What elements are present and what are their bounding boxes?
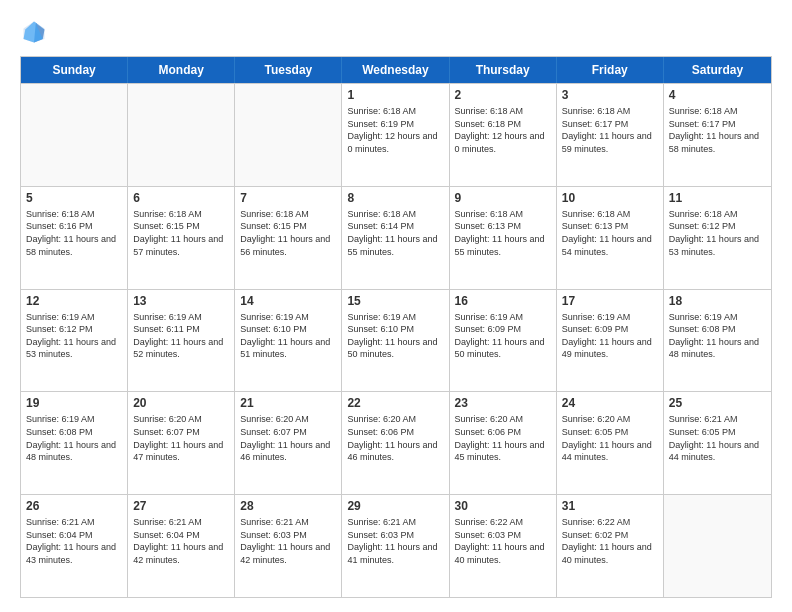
cal-day-11: 11Sunrise: 6:18 AM Sunset: 6:12 PM Dayli… xyxy=(664,187,771,289)
cell-info: Sunrise: 6:20 AM Sunset: 6:05 PM Dayligh… xyxy=(562,413,658,463)
cal-day-25: 25Sunrise: 6:21 AM Sunset: 6:05 PM Dayli… xyxy=(664,392,771,494)
cal-day-20: 20Sunrise: 6:20 AM Sunset: 6:07 PM Dayli… xyxy=(128,392,235,494)
cal-day-5: 5Sunrise: 6:18 AM Sunset: 6:16 PM Daylig… xyxy=(21,187,128,289)
cell-info: Sunrise: 6:21 AM Sunset: 6:05 PM Dayligh… xyxy=(669,413,766,463)
cal-day-10: 10Sunrise: 6:18 AM Sunset: 6:13 PM Dayli… xyxy=(557,187,664,289)
header-cell-tuesday: Tuesday xyxy=(235,57,342,83)
header-cell-monday: Monday xyxy=(128,57,235,83)
cal-day-22: 22Sunrise: 6:20 AM Sunset: 6:06 PM Dayli… xyxy=(342,392,449,494)
cal-empty-0-2 xyxy=(235,84,342,186)
header-cell-thursday: Thursday xyxy=(450,57,557,83)
day-number: 24 xyxy=(562,396,658,410)
day-number: 21 xyxy=(240,396,336,410)
day-number: 9 xyxy=(455,191,551,205)
cal-week-2: 5Sunrise: 6:18 AM Sunset: 6:16 PM Daylig… xyxy=(21,186,771,289)
logo xyxy=(20,18,52,46)
cell-info: Sunrise: 6:19 AM Sunset: 6:10 PM Dayligh… xyxy=(240,311,336,361)
day-number: 15 xyxy=(347,294,443,308)
cell-info: Sunrise: 6:18 AM Sunset: 6:14 PM Dayligh… xyxy=(347,208,443,258)
cell-info: Sunrise: 6:21 AM Sunset: 6:03 PM Dayligh… xyxy=(347,516,443,566)
day-number: 17 xyxy=(562,294,658,308)
day-number: 8 xyxy=(347,191,443,205)
cal-day-26: 26Sunrise: 6:21 AM Sunset: 6:04 PM Dayli… xyxy=(21,495,128,597)
cal-day-28: 28Sunrise: 6:21 AM Sunset: 6:03 PM Dayli… xyxy=(235,495,342,597)
cell-info: Sunrise: 6:18 AM Sunset: 6:15 PM Dayligh… xyxy=(133,208,229,258)
cal-empty-0-0 xyxy=(21,84,128,186)
header-cell-friday: Friday xyxy=(557,57,664,83)
day-number: 3 xyxy=(562,88,658,102)
cal-day-9: 9Sunrise: 6:18 AM Sunset: 6:13 PM Daylig… xyxy=(450,187,557,289)
cal-week-3: 12Sunrise: 6:19 AM Sunset: 6:12 PM Dayli… xyxy=(21,289,771,392)
cell-info: Sunrise: 6:19 AM Sunset: 6:12 PM Dayligh… xyxy=(26,311,122,361)
day-number: 29 xyxy=(347,499,443,513)
cell-info: Sunrise: 6:21 AM Sunset: 6:04 PM Dayligh… xyxy=(26,516,122,566)
cell-info: Sunrise: 6:21 AM Sunset: 6:04 PM Dayligh… xyxy=(133,516,229,566)
calendar: SundayMondayTuesdayWednesdayThursdayFrid… xyxy=(20,56,772,598)
cell-info: Sunrise: 6:22 AM Sunset: 6:03 PM Dayligh… xyxy=(455,516,551,566)
header-cell-wednesday: Wednesday xyxy=(342,57,449,83)
cell-info: Sunrise: 6:19 AM Sunset: 6:09 PM Dayligh… xyxy=(455,311,551,361)
day-number: 26 xyxy=(26,499,122,513)
cal-day-4: 4Sunrise: 6:18 AM Sunset: 6:17 PM Daylig… xyxy=(664,84,771,186)
day-number: 13 xyxy=(133,294,229,308)
cal-week-1: 1Sunrise: 6:18 AM Sunset: 6:19 PM Daylig… xyxy=(21,83,771,186)
cell-info: Sunrise: 6:18 AM Sunset: 6:15 PM Dayligh… xyxy=(240,208,336,258)
day-number: 30 xyxy=(455,499,551,513)
cal-day-29: 29Sunrise: 6:21 AM Sunset: 6:03 PM Dayli… xyxy=(342,495,449,597)
day-number: 5 xyxy=(26,191,122,205)
cell-info: Sunrise: 6:19 AM Sunset: 6:08 PM Dayligh… xyxy=(669,311,766,361)
cal-day-12: 12Sunrise: 6:19 AM Sunset: 6:12 PM Dayli… xyxy=(21,290,128,392)
day-number: 25 xyxy=(669,396,766,410)
cal-week-4: 19Sunrise: 6:19 AM Sunset: 6:08 PM Dayli… xyxy=(21,391,771,494)
cal-day-23: 23Sunrise: 6:20 AM Sunset: 6:06 PM Dayli… xyxy=(450,392,557,494)
logo-icon xyxy=(20,18,48,46)
day-number: 2 xyxy=(455,88,551,102)
cal-day-16: 16Sunrise: 6:19 AM Sunset: 6:09 PM Dayli… xyxy=(450,290,557,392)
day-number: 10 xyxy=(562,191,658,205)
cell-info: Sunrise: 6:18 AM Sunset: 6:19 PM Dayligh… xyxy=(347,105,443,155)
cal-day-14: 14Sunrise: 6:19 AM Sunset: 6:10 PM Dayli… xyxy=(235,290,342,392)
cal-empty-4-6 xyxy=(664,495,771,597)
day-number: 19 xyxy=(26,396,122,410)
day-number: 12 xyxy=(26,294,122,308)
day-number: 11 xyxy=(669,191,766,205)
cell-info: Sunrise: 6:20 AM Sunset: 6:07 PM Dayligh… xyxy=(133,413,229,463)
cal-day-24: 24Sunrise: 6:20 AM Sunset: 6:05 PM Dayli… xyxy=(557,392,664,494)
cell-info: Sunrise: 6:22 AM Sunset: 6:02 PM Dayligh… xyxy=(562,516,658,566)
cal-day-18: 18Sunrise: 6:19 AM Sunset: 6:08 PM Dayli… xyxy=(664,290,771,392)
day-number: 18 xyxy=(669,294,766,308)
cal-day-21: 21Sunrise: 6:20 AM Sunset: 6:07 PM Dayli… xyxy=(235,392,342,494)
cal-day-27: 27Sunrise: 6:21 AM Sunset: 6:04 PM Dayli… xyxy=(128,495,235,597)
cell-info: Sunrise: 6:21 AM Sunset: 6:03 PM Dayligh… xyxy=(240,516,336,566)
cell-info: Sunrise: 6:19 AM Sunset: 6:10 PM Dayligh… xyxy=(347,311,443,361)
cal-day-17: 17Sunrise: 6:19 AM Sunset: 6:09 PM Dayli… xyxy=(557,290,664,392)
day-number: 28 xyxy=(240,499,336,513)
cell-info: Sunrise: 6:20 AM Sunset: 6:06 PM Dayligh… xyxy=(347,413,443,463)
cal-day-3: 3Sunrise: 6:18 AM Sunset: 6:17 PM Daylig… xyxy=(557,84,664,186)
cal-day-6: 6Sunrise: 6:18 AM Sunset: 6:15 PM Daylig… xyxy=(128,187,235,289)
day-number: 31 xyxy=(562,499,658,513)
cal-day-31: 31Sunrise: 6:22 AM Sunset: 6:02 PM Dayli… xyxy=(557,495,664,597)
day-number: 14 xyxy=(240,294,336,308)
cell-info: Sunrise: 6:18 AM Sunset: 6:17 PM Dayligh… xyxy=(562,105,658,155)
day-number: 27 xyxy=(133,499,229,513)
header-cell-sunday: Sunday xyxy=(21,57,128,83)
cal-week-5: 26Sunrise: 6:21 AM Sunset: 6:04 PM Dayli… xyxy=(21,494,771,597)
cal-day-19: 19Sunrise: 6:19 AM Sunset: 6:08 PM Dayli… xyxy=(21,392,128,494)
calendar-header-row: SundayMondayTuesdayWednesdayThursdayFrid… xyxy=(21,57,771,83)
cal-day-2: 2Sunrise: 6:18 AM Sunset: 6:18 PM Daylig… xyxy=(450,84,557,186)
cell-info: Sunrise: 6:19 AM Sunset: 6:09 PM Dayligh… xyxy=(562,311,658,361)
day-number: 7 xyxy=(240,191,336,205)
day-number: 4 xyxy=(669,88,766,102)
day-number: 16 xyxy=(455,294,551,308)
cal-day-13: 13Sunrise: 6:19 AM Sunset: 6:11 PM Dayli… xyxy=(128,290,235,392)
cell-info: Sunrise: 6:18 AM Sunset: 6:18 PM Dayligh… xyxy=(455,105,551,155)
cal-day-30: 30Sunrise: 6:22 AM Sunset: 6:03 PM Dayli… xyxy=(450,495,557,597)
cal-empty-0-1 xyxy=(128,84,235,186)
header xyxy=(20,18,772,46)
cell-info: Sunrise: 6:20 AM Sunset: 6:06 PM Dayligh… xyxy=(455,413,551,463)
cal-day-1: 1Sunrise: 6:18 AM Sunset: 6:19 PM Daylig… xyxy=(342,84,449,186)
page: SundayMondayTuesdayWednesdayThursdayFrid… xyxy=(0,0,792,612)
cell-info: Sunrise: 6:19 AM Sunset: 6:08 PM Dayligh… xyxy=(26,413,122,463)
day-number: 23 xyxy=(455,396,551,410)
